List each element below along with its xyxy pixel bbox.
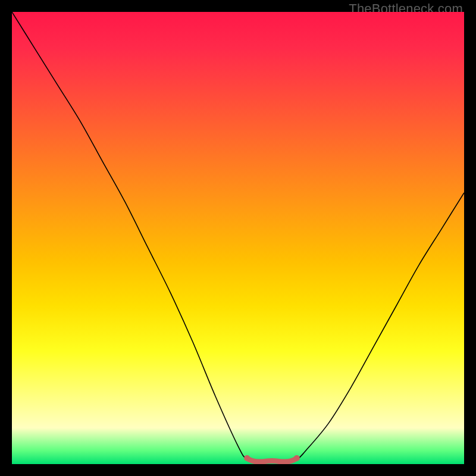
- curve-svg: [12, 12, 464, 464]
- flat-region-dot-right: [294, 455, 300, 461]
- chart-container: TheBottleneck.com: [0, 0, 476, 476]
- flat-region-dot-left: [244, 455, 250, 461]
- flat-region-marker: [247, 458, 297, 462]
- bottleneck-curve: [12, 12, 464, 464]
- plot-area: [12, 12, 464, 464]
